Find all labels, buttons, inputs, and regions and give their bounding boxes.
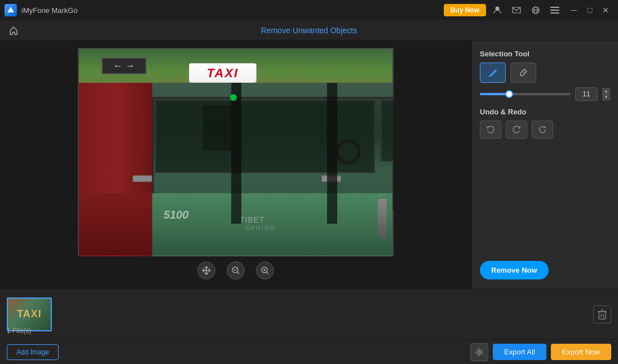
brush-size-row: 11 ▲ ▼ (480, 87, 610, 101)
close-button[interactable]: ✕ (598, 2, 613, 18)
title-bar: iMyFone MarkGo Buy Now (0, 0, 618, 20)
eraser-tool-button[interactable] (510, 63, 536, 83)
maximize-button[interactable]: □ (582, 2, 598, 18)
tibet-text: TIBET (240, 215, 265, 224)
brush-size-value[interactable]: 11 (575, 87, 598, 101)
tibet-spring-text: SPRING (245, 225, 276, 232)
globe-icon[interactable] (528, 2, 544, 18)
mail-icon[interactable] (509, 2, 524, 18)
image-controls (197, 258, 274, 283)
zoom-in-button[interactable] (256, 261, 274, 279)
undo-button[interactable] (480, 121, 501, 139)
thumbnail[interactable]: TAXI (7, 298, 52, 331)
app-title: iMyFone MarkGo (21, 6, 78, 15)
image-container: TAXI ←→ (6, 46, 466, 258)
svg-rect-6 (550, 7, 559, 8)
app-logo (5, 4, 17, 16)
car-brand-text: 5100 (164, 208, 189, 221)
selection-tool-title: Selection Tool (480, 50, 610, 58)
tool-buttons (480, 63, 610, 83)
taxi-sign: TAXI (189, 63, 257, 83)
settings-button[interactable] (470, 343, 488, 361)
undo-redo-title: Undo & Redo (480, 108, 610, 116)
svg-line-15 (267, 272, 269, 274)
redo-button[interactable] (506, 121, 527, 139)
svg-rect-8 (550, 12, 559, 14)
pan-button[interactable] (197, 261, 215, 279)
main-image: TAXI ←→ (78, 48, 394, 256)
brush-size-increment[interactable]: ▲ (602, 88, 610, 94)
brush-size-slider[interactable] (480, 93, 571, 95)
thumbnail-image: TAXI (8, 299, 51, 330)
canvas-area: TAXI ←→ (0, 41, 471, 288)
title-bar-left: iMyFone MarkGo (5, 4, 78, 16)
undo-redo-buttons (480, 121, 610, 139)
main-layout: TAXI ←→ (0, 41, 618, 288)
door-handle-left (133, 175, 152, 182)
brush-tool-button[interactable] (480, 63, 506, 83)
buy-now-button[interactable]: Buy Now (444, 4, 486, 16)
svg-line-11 (237, 272, 240, 274)
zoom-out-button[interactable] (227, 261, 245, 279)
minimize-button[interactable]: ─ (566, 2, 582, 18)
delete-button[interactable] (593, 305, 611, 323)
svg-line-16 (523, 72, 525, 74)
window-controls: ─ □ ✕ (566, 2, 613, 18)
svg-rect-7 (550, 10, 559, 11)
brush-size-spinner: ▲ ▼ (602, 88, 610, 100)
brush-size-decrement[interactable]: ▼ (602, 94, 610, 100)
file-count-label: 1 File(s) (7, 327, 31, 335)
user-icon[interactable] (489, 2, 505, 18)
street-sign: ←→ (101, 57, 147, 74)
svg-point-22 (478, 350, 480, 353)
selection-tool-section: Selection Tool (480, 50, 610, 101)
svg-marker-0 (7, 7, 14, 12)
add-image-button[interactable]: Add Image (7, 344, 59, 360)
export-all-button[interactable]: Export All (493, 344, 546, 360)
action-bar: Add Image Export All Export Now (0, 339, 618, 364)
svg-rect-17 (599, 312, 606, 319)
menu-icon[interactable] (547, 2, 563, 18)
title-bar-right: Buy Now (444, 2, 613, 18)
home-button[interactable] (6, 23, 21, 38)
undo-redo-section: Undo & Redo (480, 108, 610, 139)
toolbar: Remove Unwanted Objects (0, 20, 618, 41)
right-panel: Selection Tool (471, 41, 618, 288)
taxi-photo: TAXI ←→ (78, 48, 394, 256)
bottom-panel: TAXI 1 File(s) (0, 288, 618, 339)
page-title: Remove Unwanted Objects (261, 26, 357, 35)
remove-now-button[interactable]: Remove Now (480, 261, 549, 279)
export-now-button[interactable]: Export Now (551, 344, 611, 360)
refresh-button[interactable] (532, 121, 553, 139)
